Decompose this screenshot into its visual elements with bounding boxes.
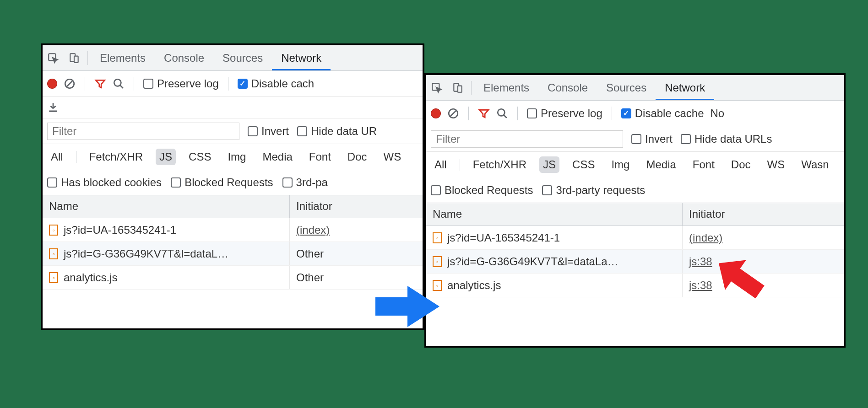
record-button[interactable] [47,79,57,89]
svg-line-4 [67,81,73,86]
record-button[interactable] [431,108,441,118]
preserve-log-label: Preserve log [157,77,219,90]
type-img[interactable]: Img [608,156,633,173]
initiator-link[interactable]: (index) [689,231,722,244]
type-media[interactable]: Media [642,156,679,173]
invert-label: Invert [645,133,673,145]
type-fetch[interactable]: Fetch/XHR [469,156,530,173]
hide-label: Hide data UR [311,125,377,138]
blocked-requests-toggle[interactable]: Blocked Requests [431,184,533,197]
col-name[interactable]: Name [43,195,290,218]
preserve-log-toggle[interactable]: Preserve log [143,77,219,90]
col-initiator[interactable]: Initiator [683,203,844,225]
hide-data-urls-toggle[interactable]: Hide data UR [297,125,377,138]
table-row[interactable]: js?id=G-G36G49KV7T&l=dataL… Other [43,242,423,266]
table-row[interactable]: js?id=G-G36G49KV7T&l=dataLa… js:38 [426,250,844,274]
hide-label: Hide data URLs [694,133,772,145]
type-ws[interactable]: WS [380,149,405,165]
request-name: js?id=G-G36G49KV7T&l=dataL… [64,247,228,260]
third-party-toggle[interactable]: 3rd-party requests [542,184,645,197]
download-row [43,97,423,118]
checkbox-checked-icon [621,108,631,118]
tab-sources[interactable]: Sources [597,75,656,100]
blocked-requests-toggle[interactable]: Blocked Requests [171,176,273,189]
filter-input[interactable] [431,130,623,148]
col-initiator[interactable]: Initiator [290,195,423,218]
type-js[interactable]: JS [156,149,176,165]
checkbox-icon [542,185,552,195]
extra-filters-row: Blocked Requests 3rd-party requests [426,177,844,203]
invert-toggle[interactable]: Invert [248,125,289,138]
initiator-link[interactable]: js:38 [689,255,712,268]
tab-network[interactable]: Network [656,75,714,100]
js-file-icon [49,272,58,283]
type-img[interactable]: Img [224,149,250,165]
svg-point-13 [498,109,505,116]
clear-icon[interactable] [447,107,459,119]
js-file-icon [49,225,58,236]
filter-input[interactable] [47,123,239,140]
tab-sources[interactable]: Sources [213,45,272,70]
inspect-icon[interactable] [426,75,447,100]
table-row[interactable]: analytics.js Other [43,266,423,290]
svg-line-12 [450,110,456,116]
request-name: js?id=G-G36G49KV7T&l=dataLa… [447,255,618,268]
filter-icon[interactable] [94,78,106,90]
blocked-req-label: Blocked Requests [445,184,533,197]
search-icon[interactable] [113,78,125,90]
filter-row: Invert Hide data UR [43,118,423,144]
invert-toggle[interactable]: Invert [631,133,673,145]
col-name[interactable]: Name [426,203,683,225]
svg-rect-10 [458,86,462,92]
device-toggle-icon[interactable] [64,45,85,70]
table-row[interactable]: js?id=UA-165345241-1 (index) [426,226,844,250]
type-all[interactable]: All [431,156,450,173]
disable-cache-toggle[interactable]: Disable cache [621,107,704,120]
preserve-log-toggle[interactable]: Preserve log [527,107,602,120]
request-name: analytics.js [64,271,117,284]
checkbox-icon [282,177,293,188]
type-css[interactable]: CSS [185,149,215,165]
checkbox-icon [631,134,641,144]
device-toggle-icon[interactable] [447,75,468,100]
type-media[interactable]: Media [259,149,296,165]
type-wasm[interactable]: Wasn [797,156,832,173]
checkbox-icon [297,126,307,136]
tabs-row: Elements Console Sources Network [426,75,844,101]
third-party-toggle[interactable]: 3rd-pa [282,176,328,189]
tab-elements[interactable]: Elements [474,75,538,100]
js-file-icon [433,232,442,243]
type-font[interactable]: Font [689,156,718,173]
tab-console[interactable]: Console [155,45,213,70]
checkbox-icon [681,134,691,144]
tab-console[interactable]: Console [538,75,597,100]
clear-icon[interactable] [64,78,76,90]
type-doc[interactable]: Doc [344,149,371,165]
download-icon[interactable] [47,102,59,113]
tab-elements[interactable]: Elements [91,45,155,70]
search-icon[interactable] [496,107,508,119]
type-doc[interactable]: Doc [727,156,754,173]
truncated-text: No [710,107,724,120]
hide-data-urls-toggle[interactable]: Hide data URLs [681,133,772,145]
type-js[interactable]: JS [539,156,559,173]
tab-network[interactable]: Network [272,45,331,70]
filter-icon[interactable] [478,107,490,119]
has-blocked-cookies-toggle[interactable]: Has blocked cookies [47,176,162,189]
disable-cache-toggle[interactable]: Disable cach [238,77,314,90]
svg-line-6 [120,85,123,88]
inspect-icon[interactable] [43,45,64,70]
type-css[interactable]: CSS [569,156,598,173]
checkbox-icon [47,177,57,188]
type-ws[interactable]: WS [764,156,789,173]
type-fetch[interactable]: Fetch/XHR [86,149,146,165]
svg-line-14 [504,115,507,118]
table-row[interactable]: analytics.js js:38 [426,274,844,297]
initiator-link[interactable]: js:38 [689,279,712,292]
table-row[interactable]: js?id=UA-165345241-1 (index) [43,218,423,242]
type-font[interactable]: Font [305,149,335,165]
disable-cache-label: Disable cach [251,77,314,90]
request-name: js?id=UA-165345241-1 [447,231,560,244]
initiator-link[interactable]: (index) [296,224,330,236]
type-all[interactable]: All [47,149,67,165]
